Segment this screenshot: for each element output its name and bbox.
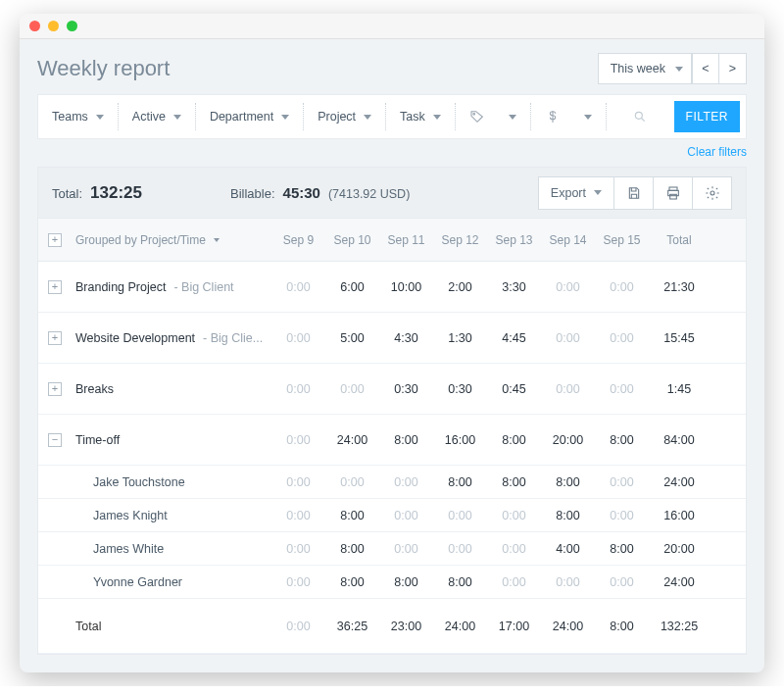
- row-total: 1:45: [649, 382, 710, 396]
- time-cell: 8:00: [541, 509, 595, 522]
- table-subrow: James White 0:008:000:000:000:004:008:00…: [38, 532, 746, 566]
- subrow-name: James White: [72, 542, 271, 556]
- table-row: + Breaks 0:000:000:300:300:450:000:00 1:…: [38, 364, 746, 415]
- time-cell: 0:00: [541, 575, 595, 589]
- time-cell: 8:00: [379, 433, 433, 447]
- window-minimize-button[interactable]: [48, 21, 59, 31]
- save-icon: [626, 185, 642, 201]
- print-button[interactable]: [654, 176, 693, 210]
- time-cell: 16:00: [433, 433, 487, 447]
- time-cell: 0:00: [325, 382, 379, 396]
- prev-week-button[interactable]: <: [692, 53, 719, 84]
- time-cell: 8:00: [433, 575, 487, 589]
- window-close-button[interactable]: [29, 21, 40, 31]
- group-by-column[interactable]: Grouped by Project/Time: [72, 233, 271, 247]
- time-cell: 0:00: [541, 280, 595, 294]
- time-cell: 0:00: [595, 382, 649, 396]
- time-cell: 0:00: [595, 575, 649, 589]
- chevron-down-icon: [214, 238, 220, 242]
- chevron-down-icon: [96, 115, 104, 120]
- time-cell: 24:00: [433, 620, 487, 633]
- svg-rect-4: [669, 194, 676, 199]
- time-cell: 8:00: [325, 542, 379, 556]
- billable-label: Billable:: [230, 186, 275, 201]
- row-total: 20:00: [649, 542, 710, 556]
- clear-filters-link[interactable]: Clear filters: [687, 145, 747, 159]
- filter-department[interactable]: Department: [196, 95, 303, 138]
- save-button[interactable]: [614, 176, 654, 210]
- time-cell: 4:45: [487, 331, 541, 345]
- time-cell: 0:00: [541, 331, 595, 345]
- time-cell: 0:00: [379, 509, 433, 522]
- time-cell: 24:00: [541, 620, 595, 633]
- filter-project[interactable]: Project: [304, 95, 385, 138]
- time-cell: 8:00: [433, 475, 487, 489]
- time-cell: 8:00: [487, 433, 541, 447]
- footer-total: 132:25: [649, 620, 710, 633]
- time-cell: 0:00: [271, 575, 325, 589]
- time-cell: 0:00: [379, 475, 433, 489]
- column-day: Sep 13: [487, 233, 541, 247]
- time-cell: 0:00: [379, 542, 433, 556]
- time-cell: 1:30: [433, 331, 487, 345]
- window-maximize-button[interactable]: [67, 21, 77, 31]
- row-expand-toggle[interactable]: +: [48, 382, 62, 396]
- chevron-down-icon: [584, 115, 592, 120]
- time-cell: 0:45: [487, 382, 541, 396]
- row-expand-toggle[interactable]: +: [48, 331, 62, 345]
- filters-bar: Teams Active Department Project Task: [37, 94, 747, 139]
- tag-icon: [469, 109, 485, 124]
- summary-bar: Total: 132:25 Billable: 45:30 (7413.92 U…: [38, 168, 746, 219]
- apply-filter-button[interactable]: FILTER: [674, 101, 740, 132]
- row-name: Breaks: [72, 382, 271, 396]
- time-cell: 0:00: [271, 475, 325, 489]
- row-total: 84:00: [649, 433, 710, 447]
- time-cell: 0:00: [595, 509, 649, 522]
- date-range-label: This week: [611, 62, 665, 75]
- search-input[interactable]: [607, 95, 674, 138]
- subrow-name: Jake Touchstone: [72, 475, 271, 489]
- column-day: Sep 9: [271, 233, 325, 247]
- chevron-down-icon: [364, 115, 371, 120]
- billable-value: 45:30: [283, 184, 320, 201]
- time-cell: 23:00: [379, 620, 433, 633]
- time-cell: 0:00: [271, 542, 325, 556]
- time-cell: 2:00: [433, 280, 487, 294]
- time-cell: 3:30: [487, 280, 541, 294]
- total-value: 132:25: [90, 183, 142, 203]
- time-cell: 0:00: [595, 331, 649, 345]
- settings-button[interactable]: [693, 176, 732, 210]
- row-name: Website Development - Big Clie...: [72, 331, 271, 345]
- row-expand-toggle[interactable]: −: [48, 433, 62, 447]
- table-subrow: Jake Touchstone 0:000:000:008:008:008:00…: [38, 466, 746, 499]
- subrow-name: Yvonne Gardner: [72, 575, 271, 589]
- time-cell: 0:00: [271, 280, 325, 294]
- filter-active[interactable]: Active: [119, 95, 195, 138]
- time-cell: 0:00: [271, 433, 325, 447]
- filter-tag[interactable]: [456, 95, 530, 138]
- export-button[interactable]: Export: [538, 176, 614, 210]
- table-subrow: James Knight 0:008:000:000:000:008:000:0…: [38, 499, 746, 532]
- row-total: 16:00: [649, 509, 710, 522]
- filter-task[interactable]: Task: [386, 95, 455, 138]
- time-cell: 10:00: [379, 280, 433, 294]
- filter-teams[interactable]: Teams: [38, 95, 118, 138]
- filter-billable[interactable]: [531, 95, 606, 138]
- expand-all-toggle[interactable]: +: [48, 233, 62, 247]
- column-day: Sep 12: [433, 233, 487, 247]
- date-range-select[interactable]: This week: [598, 53, 692, 84]
- page-title: Weekly report: [37, 56, 170, 81]
- row-name: Branding Project - Big Client: [72, 280, 271, 294]
- subrow-name: James Knight: [72, 509, 271, 522]
- next-week-button[interactable]: >: [719, 53, 747, 84]
- footer-label: Total: [72, 620, 271, 633]
- row-expand-toggle[interactable]: +: [48, 280, 62, 294]
- row-total: 24:00: [649, 575, 710, 589]
- report-table: Total: 132:25 Billable: 45:30 (7413.92 U…: [37, 167, 747, 655]
- gear-icon: [705, 185, 720, 201]
- table-row: + Branding Project - Big Client 0:006:00…: [38, 262, 746, 313]
- svg-point-5: [710, 191, 714, 195]
- time-cell: 17:00: [487, 620, 541, 633]
- dollar-icon: [545, 109, 561, 124]
- table-footer-row: Total 0:0036:2523:0024:0017:0024:008:00 …: [38, 599, 746, 654]
